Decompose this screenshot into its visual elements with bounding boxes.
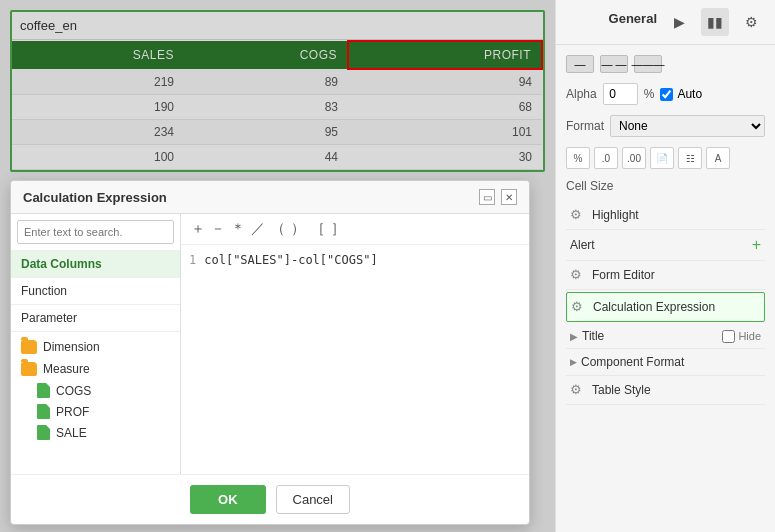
dialog-body: Data Columns Function Parameter Dimensio… — [11, 214, 529, 474]
cell-size-label: Cell Size — [566, 179, 613, 193]
file-sale-icon — [37, 425, 50, 440]
fmt-format2-icon[interactable]: ☷ — [678, 147, 702, 169]
dialog-close-button[interactable]: ✕ — [501, 189, 517, 205]
dialog-tree: Dimension Measure COGS PROF — [11, 332, 180, 474]
calc-expression-dialog: Calculation Expression ▭ ✕ Data Columns … — [10, 180, 530, 525]
alpha-percent: % — [644, 87, 655, 101]
format-row: Format None — [566, 115, 765, 137]
fmt-decimal1-icon[interactable]: .0 — [594, 147, 618, 169]
toolbar-divide[interactable]: ／ — [251, 220, 265, 238]
auto-label: Auto — [677, 87, 702, 101]
title-label: Title — [582, 329, 722, 343]
folder-dimension-label: Dimension — [43, 340, 100, 354]
line-number: 1 — [189, 253, 196, 466]
right-sidebar: General ▶ ▮▮ ⚙ — — — ——— Alpha % Auto — [555, 0, 775, 532]
tree-folder-dimension[interactable]: Dimension — [11, 336, 180, 358]
dash-btn-3[interactable]: ——— — [634, 55, 662, 73]
format-select[interactable]: None — [610, 115, 765, 137]
sidebar-content: — — — ——— Alpha % Auto Format None — [556, 45, 775, 532]
tree-file-sale[interactable]: SALE — [11, 422, 180, 443]
alpha-row: Alpha % Auto — [566, 83, 765, 105]
dash-btn-2[interactable]: — — — [600, 55, 628, 73]
alpha-input[interactable] — [603, 83, 638, 105]
comp-format-arrow-icon: ▶ — [570, 357, 577, 367]
tree-file-prof[interactable]: PROF — [11, 401, 180, 422]
hide-section[interactable]: Hide — [722, 330, 761, 343]
fmt-percent-icon[interactable]: % — [566, 147, 590, 169]
dialog-tabs: Data Columns Function Parameter — [11, 251, 180, 332]
tab-function[interactable]: Function — [11, 278, 180, 305]
calc-expr-gear-icon: ⚙ — [571, 299, 587, 315]
title-arrow-icon: ▶ — [570, 331, 578, 342]
toolbar-open-bracket[interactable]: ［ — [311, 220, 325, 238]
sidebar-general-title: General — [609, 11, 657, 26]
highlight-row[interactable]: ⚙ Highlight — [566, 201, 765, 230]
comp-format-label: Component Format — [581, 355, 761, 369]
file-prof-label: PROF — [56, 405, 89, 419]
file-cogs-label: COGS — [56, 384, 91, 398]
fmt-format1-icon[interactable]: 📄 — [650, 147, 674, 169]
toolbar-plus[interactable]: ＋ — [191, 220, 205, 238]
expr-toolbar: ＋ － ＊ ／ （ ） ［ ］ — [181, 214, 529, 245]
folder-dimension-icon — [21, 340, 37, 354]
comp-format-row[interactable]: ▶ Component Format — [566, 349, 765, 376]
sidebar-top-icons: General ▶ ▮▮ ⚙ — [556, 0, 775, 45]
toolbar-multiply[interactable]: ＊ — [231, 220, 245, 238]
form-editor-row[interactable]: ⚙ Form Editor — [566, 261, 765, 290]
table-style-label: Table Style — [592, 383, 761, 397]
cell-size-row: Cell Size — [566, 179, 765, 193]
expr-editor[interactable]: 1 col["SALES"]-col["COGS"] — [181, 245, 529, 474]
dash-row: — — — ——— — [566, 55, 765, 73]
form-editor-label: Form Editor — [592, 268, 761, 282]
highlight-label: Highlight — [592, 208, 761, 222]
toolbar-open-paren[interactable]: （ — [271, 220, 285, 238]
format-label: Format — [566, 119, 604, 133]
auto-checkbox[interactable]: Auto — [660, 87, 702, 101]
auto-check[interactable] — [660, 88, 673, 101]
tree-file-cogs[interactable]: COGS — [11, 380, 180, 401]
dialog-title: Calculation Expression — [23, 190, 167, 205]
title-row[interactable]: ▶ Title Hide — [566, 324, 765, 349]
table-style-gear-icon: ⚙ — [570, 382, 586, 398]
alert-row[interactable]: Alert + — [566, 230, 765, 261]
alert-add-icon[interactable]: + — [752, 236, 761, 254]
fmt-decimal2-icon[interactable]: .00 — [622, 147, 646, 169]
sidebar-gear-top-icon[interactable]: ⚙ — [737, 8, 765, 36]
dialog-header: Calculation Expression ▭ ✕ — [11, 181, 529, 214]
tab-parameter[interactable]: Parameter — [11, 305, 180, 332]
search-input[interactable] — [17, 220, 174, 244]
toolbar-close-paren[interactable]: ） — [291, 220, 305, 238]
form-editor-gear-icon: ⚙ — [570, 267, 586, 283]
format-icons-row: % .0 .00 📄 ☷ A — [566, 147, 765, 169]
folder-measure-label: Measure — [43, 362, 90, 376]
sidebar-chart-icon[interactable]: ▶ — [665, 8, 693, 36]
dialog-footer: OK Cancel — [11, 474, 529, 524]
alpha-label: Alpha — [566, 87, 597, 101]
folder-measure-icon — [21, 362, 37, 376]
tree-folder-measure[interactable]: Measure — [11, 358, 180, 380]
alert-label: Alert — [570, 238, 748, 252]
toolbar-minus[interactable]: － — [211, 220, 225, 238]
toolbar-close-bracket[interactable]: ］ — [331, 220, 345, 238]
dialog-controls: ▭ ✕ — [479, 189, 517, 205]
dialog-left-panel: Data Columns Function Parameter Dimensio… — [11, 214, 181, 474]
file-prof-icon — [37, 404, 50, 419]
hide-label: Hide — [738, 330, 761, 342]
hide-checkbox[interactable] — [722, 330, 735, 343]
expression-code: col["SALES"]-col["COGS"] — [204, 253, 377, 466]
dialog-right-panel: ＋ － ＊ ／ （ ） ［ ］ 1 col["SALES"]-col["COGS… — [181, 214, 529, 474]
highlight-gear-icon: ⚙ — [570, 207, 586, 223]
cancel-button[interactable]: Cancel — [276, 485, 350, 514]
dialog-minimize-button[interactable]: ▭ — [479, 189, 495, 205]
dash-btn-1[interactable]: — — [566, 55, 594, 73]
ok-button[interactable]: OK — [190, 485, 266, 514]
file-cogs-icon — [37, 383, 50, 398]
table-style-row[interactable]: ⚙ Table Style — [566, 376, 765, 405]
fmt-format3-icon[interactable]: A — [706, 147, 730, 169]
tab-data-columns[interactable]: Data Columns — [11, 251, 180, 278]
dialog-search — [11, 214, 180, 251]
calc-expression-row[interactable]: ⚙ Calculation Expression — [566, 292, 765, 322]
file-sale-label: SALE — [56, 426, 87, 440]
calc-expression-label: Calculation Expression — [593, 300, 760, 314]
sidebar-table-icon[interactable]: ▮▮ — [701, 8, 729, 36]
